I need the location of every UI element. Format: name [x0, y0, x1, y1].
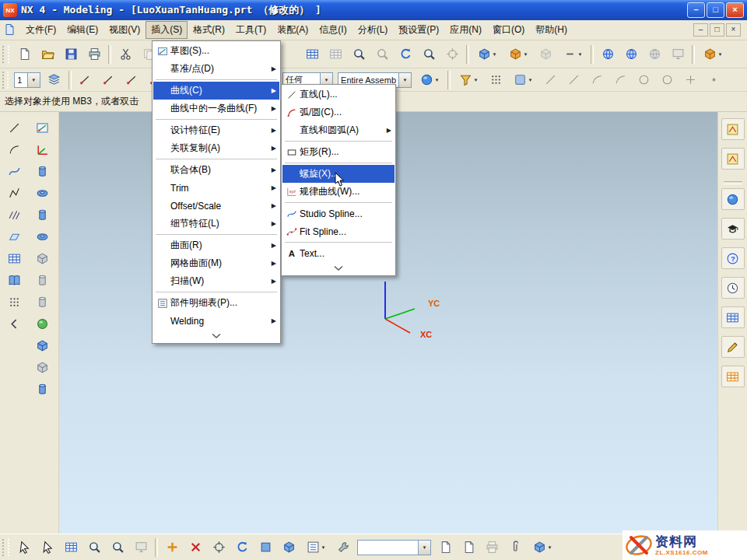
- menu-expand-chevron-icon[interactable]: [282, 262, 395, 275]
- fit-view-icon[interactable]: [440, 44, 464, 65]
- zoom-area-icon[interactable]: [417, 44, 440, 65]
- toolbar-grip[interactable]: [2, 46, 9, 63]
- shaded-cube-icon[interactable]: ▼: [503, 44, 534, 65]
- zoom-box-icon[interactable]: [82, 537, 106, 558]
- document-icon[interactable]: [3, 23, 17, 37]
- draw-line-icon[interactable]: [538, 69, 562, 91]
- command-input[interactable]: ▼: [357, 540, 431, 555]
- shell-icon[interactable]: [30, 356, 54, 378]
- hand-icon[interactable]: [36, 537, 59, 558]
- selection-ball-icon[interactable]: ▼: [414, 69, 445, 91]
- menubar-item[interactable]: 预设置(P): [393, 21, 444, 39]
- menubar-item[interactable]: 插入(S): [146, 21, 188, 39]
- menu-item-trim[interactable]: Trim▶: [153, 179, 279, 197]
- chevron-down-icon[interactable]: ▼: [398, 73, 411, 87]
- refresh-blue-icon[interactable]: [230, 537, 254, 558]
- menu-item-sketch[interactable]: 草图(S)...: [153, 42, 279, 60]
- datum-grid-icon[interactable]: [2, 226, 26, 247]
- material-grid-icon[interactable]: [721, 366, 745, 387]
- hole-icon[interactable]: [30, 247, 54, 269]
- menu-item-design-feature[interactable]: 设计特征(E)▶: [153, 121, 279, 139]
- chevron-down-icon[interactable]: ▼: [27, 73, 40, 87]
- paperclip-icon[interactable]: [503, 537, 527, 558]
- target-icon[interactable]: [207, 537, 230, 558]
- hatch-icon[interactable]: [2, 204, 26, 226]
- menubar-item[interactable]: 装配(A): [272, 21, 314, 39]
- snap-mid-icon[interactable]: [97, 69, 121, 91]
- menubar-item[interactable]: 格式(R): [188, 21, 230, 39]
- open-file-icon[interactable]: [36, 44, 59, 65]
- save-icon[interactable]: [59, 44, 82, 65]
- dimension-icon[interactable]: [721, 148, 745, 170]
- menu-item-detail-feature[interactable]: 细节特征(L)▶: [153, 215, 279, 233]
- cylinder-blue-icon[interactable]: [30, 160, 54, 182]
- close-red-icon[interactable]: [184, 537, 207, 558]
- extrude-icon[interactable]: [30, 204, 54, 226]
- wireframe-cube-icon[interactable]: [534, 44, 557, 65]
- wcs-triad[interactable]: YC XC: [366, 274, 498, 352]
- dropdown-arrow-icon[interactable]: ▼: [435, 78, 440, 82]
- constraint-icon[interactable]: [721, 118, 745, 140]
- menu-item-curve[interactable]: 曲线(C)▶: [153, 82, 279, 100]
- submenu-item-studio-spline[interactable]: Studio Spline...: [282, 205, 395, 222]
- submenu-item-line-and-arc[interactable]: 直线和圆弧(A)▶: [282, 121, 395, 139]
- grid-snap-icon[interactable]: [484, 69, 507, 91]
- draft-pencil-icon[interactable]: [721, 336, 745, 358]
- student-cap-icon[interactable]: [721, 218, 745, 240]
- dropdown-arrow-icon[interactable]: ▼: [474, 78, 479, 82]
- minimize-button[interactable]: –: [687, 2, 705, 18]
- table-icon[interactable]: [324, 44, 347, 65]
- menu-item-offset-scale[interactable]: Offset/Scale▶: [153, 197, 279, 215]
- pattern-icon[interactable]: [2, 291, 26, 313]
- submenu-item-line[interactable]: 直线(L)...: [282, 86, 395, 103]
- mdi-close-button[interactable]: ×: [726, 23, 741, 37]
- magnifier-icon[interactable]: [106, 537, 129, 558]
- pan-globe-icon[interactable]: [619, 44, 643, 65]
- filter-icon[interactable]: ▼: [453, 69, 484, 91]
- monitor-icon[interactable]: [129, 537, 153, 558]
- spreadsheet-icon[interactable]: [300, 44, 324, 65]
- cylinder-gray-icon[interactable]: [30, 291, 54, 313]
- cube-small-icon[interactable]: [277, 537, 300, 558]
- sheet-icon[interactable]: [721, 306, 745, 328]
- toolbar-grip[interactable]: [2, 72, 9, 89]
- clock-icon[interactable]: [721, 277, 745, 299]
- dropdown-arrow-icon[interactable]: ▼: [718, 52, 723, 57]
- layer-combo[interactable]: 1 ▼: [14, 72, 40, 88]
- revolve-icon[interactable]: [30, 226, 54, 247]
- close-button[interactable]: ×: [726, 2, 744, 18]
- page-icon[interactable]: [433, 537, 457, 558]
- cut-icon[interactable]: [114, 44, 137, 65]
- draw-plus-icon[interactable]: [679, 69, 702, 91]
- menu-item-curve-from-curve[interactable]: 曲线中的一条曲线(F)▶: [153, 100, 279, 117]
- refresh-icon[interactable]: [394, 44, 417, 65]
- sketch-icon[interactable]: [30, 117, 54, 138]
- snap-center-icon[interactable]: [121, 69, 144, 91]
- submenu-item-fit-spline[interactable]: Fit Spline...: [282, 222, 395, 240]
- plus-orange-icon[interactable]: [160, 537, 184, 558]
- render-sphere-icon[interactable]: [721, 188, 745, 210]
- zoom-page-icon[interactable]: [347, 44, 370, 65]
- dropdown-arrow-icon[interactable]: ▼: [528, 78, 533, 82]
- menu-item-welding[interactable]: Welding▶: [153, 312, 279, 330]
- spreadsheet-icon[interactable]: [59, 537, 82, 558]
- torus-icon[interactable]: [30, 182, 54, 204]
- zoom-window-icon[interactable]: [370, 44, 394, 65]
- arc-tool-icon[interactable]: [2, 138, 26, 160]
- dropdown-arrow-icon[interactable]: ▼: [321, 545, 326, 550]
- wrench-icon[interactable]: [331, 537, 355, 558]
- titlebar[interactable]: NX NX 4 - Modeling - [LuoXuanTanHuang.pr…: [0, 0, 747, 20]
- dropdown-arrow-icon[interactable]: ▼: [548, 545, 552, 550]
- model-cube-icon[interactable]: ▼: [472, 44, 503, 65]
- minus-icon[interactable]: ▼: [557, 44, 588, 65]
- help-icon[interactable]: ?: [721, 247, 745, 269]
- mdi-minimize-button[interactable]: –: [693, 23, 708, 37]
- menu-item-assoc-copy[interactable]: 关联复制(A)▶: [153, 139, 279, 157]
- app-cube-icon[interactable]: ▼: [697, 44, 728, 65]
- box-blue-icon[interactable]: [254, 537, 277, 558]
- draw-line2-icon[interactable]: [562, 69, 585, 91]
- export-icon[interactable]: [457, 537, 480, 558]
- subtract-icon[interactable]: [30, 334, 54, 356]
- boss-icon[interactable]: [30, 269, 54, 291]
- menu-item-mesh-surface[interactable]: 网格曲面(M)▶: [153, 254, 279, 272]
